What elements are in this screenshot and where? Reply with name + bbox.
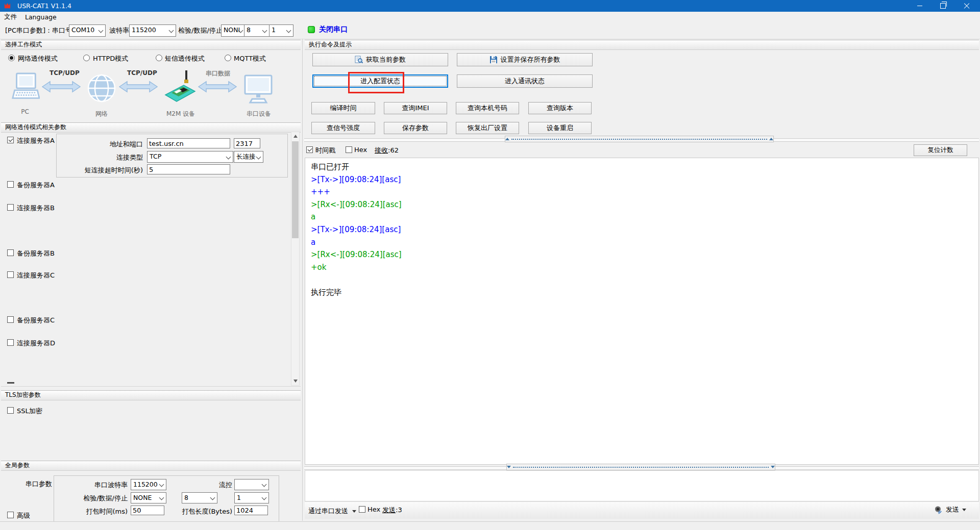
- query-imei-button[interactable]: 查询IMEI: [384, 102, 447, 114]
- scrollbar-thumb[interactable]: [292, 141, 299, 238]
- chevron-down-icon: [262, 28, 267, 33]
- advanced-checkbox[interactable]: [7, 512, 14, 518]
- pc-laptop-icon: [10, 72, 40, 105]
- log-line: a: [311, 211, 978, 223]
- app-logo-icon: [4, 2, 11, 10]
- log-line: >[Rx<-][09:08:24][asc]: [311, 198, 978, 211]
- arrow-up-icon: [293, 135, 298, 138]
- sent-count-value: :3: [396, 506, 402, 514]
- pc-serial-label: [PC串口参数]：串口号: [5, 26, 72, 35]
- flow-label: 流控: [194, 481, 232, 490]
- timestamp-label: 时间戳: [315, 146, 335, 155]
- send-bar: 通过串口发送 Hex 发送:3 发送: [305, 501, 979, 519]
- enter-comm-label: 进入通讯状态: [505, 77, 545, 86]
- window-title: USR-CAT1 V1.1.4: [17, 2, 71, 10]
- g-parity-select[interactable]: NONE: [131, 492, 166, 503]
- g-databits-select[interactable]: 8: [182, 492, 217, 503]
- timestamp-checkbox[interactable]: [306, 146, 313, 153]
- server-d-checkbox[interactable]: [7, 339, 14, 346]
- recv-count-value: :62: [388, 146, 399, 154]
- sent-count-label[interactable]: 发送: [382, 506, 396, 514]
- radio-mqtt-mode[interactable]: [225, 55, 231, 61]
- send-via-serial-dropdown[interactable]: 通过串口发送: [308, 507, 356, 516]
- query-version-button[interactable]: 查询版本: [528, 102, 592, 114]
- restore-button[interactable]: [932, 0, 954, 12]
- left-panel-scrollbar[interactable]: [291, 132, 300, 386]
- short-conn-timeout-input[interactable]: [147, 164, 230, 174]
- server-c-checkbox[interactable]: [7, 271, 14, 278]
- server-b-checkbox[interactable]: [7, 204, 14, 211]
- baud-label: 波特率: [109, 26, 129, 35]
- scroll-up-button[interactable]: [291, 132, 299, 140]
- send-splitter[interactable]: [506, 464, 775, 470]
- backup-server-b-checkbox[interactable]: [7, 249, 14, 256]
- server-a-checkbox[interactable]: [7, 137, 14, 143]
- flow-select[interactable]: [234, 479, 269, 490]
- close-icon: [964, 3, 970, 9]
- log-line: +ok: [311, 261, 978, 274]
- send-hex-checkbox[interactable]: [359, 506, 365, 513]
- backup-server-a-checkbox[interactable]: [7, 181, 14, 188]
- radio-sms-mode[interactable]: [156, 55, 162, 61]
- close-button[interactable]: [955, 0, 978, 12]
- server-a-port-input[interactable]: [234, 138, 260, 148]
- conn-type-select[interactable]: TCP: [147, 151, 233, 163]
- device-restart-button[interactable]: 设备重启: [528, 122, 592, 134]
- save-params-button[interactable]: 保存参数: [384, 122, 447, 134]
- g-baud-select[interactable]: 115200: [131, 479, 166, 490]
- ssl-checkbox[interactable]: [7, 407, 14, 414]
- reset-counter-button[interactable]: 复位计数: [914, 144, 967, 156]
- menu-file[interactable]: 文件: [0, 13, 21, 21]
- minimize-button[interactable]: [908, 0, 931, 12]
- chevron-down-icon: [262, 495, 267, 500]
- signal-strength-button[interactable]: 查信号强度: [311, 122, 375, 134]
- close-port-button[interactable]: 关闭串口: [308, 25, 348, 34]
- recv-count-label[interactable]: 接收: [375, 146, 388, 154]
- server-d-label: 连接服务器D: [17, 339, 55, 348]
- factory-reset-button[interactable]: 恢复出厂设置: [456, 122, 519, 134]
- compile-time-button[interactable]: 编译时间: [311, 102, 375, 114]
- enter-comm-button[interactable]: 进入通讯状态: [457, 74, 593, 88]
- log-line: 串口已打开: [311, 161, 978, 173]
- dropdown-arrow-icon: [962, 509, 966, 511]
- radio-mqtt-label: MQTT模式: [234, 54, 266, 63]
- arrow-net-m2m-icon: [119, 81, 158, 93]
- log-output-area[interactable]: 串口已打开 >[Tx->][09:08:24][asc] +++ >[Rx<-]…: [305, 158, 979, 465]
- short-conn-timeout-label: 短连接超时时间(秒): [61, 166, 143, 175]
- server-a-address-input[interactable]: [147, 138, 230, 148]
- pack-time-input[interactable]: [131, 506, 164, 515]
- com-port-select[interactable]: COM10: [69, 24, 106, 37]
- serial-params-label: 串口参数: [26, 479, 52, 489]
- log-splitter-top[interactable]: [505, 136, 774, 142]
- log-hex-label: Hex: [354, 146, 367, 154]
- node-serial-label: 串口设备: [242, 110, 275, 118]
- send-button-label: 发送: [946, 505, 959, 514]
- g-stopbits-select[interactable]: 1: [234, 492, 269, 503]
- menu-bar: 文件 Language: [0, 12, 980, 22]
- panel-divider[interactable]: [302, 39, 303, 521]
- g-baud-label: 串口波特率: [77, 481, 128, 490]
- radio-net-transparent-mode[interactable]: [8, 55, 15, 61]
- set-save-all-button[interactable]: 设置并保存所有参数: [457, 53, 593, 66]
- get-params-button[interactable]: 获取当前参数: [312, 53, 448, 66]
- backup-server-c-checkbox[interactable]: [7, 316, 14, 323]
- arrow-m2m-serial-icon: [198, 81, 237, 93]
- keepalive-select[interactable]: 长连接: [234, 151, 263, 163]
- baud-select[interactable]: 115200: [129, 24, 176, 37]
- send-button[interactable]: 发送: [934, 505, 966, 514]
- query-number-button[interactable]: 查询本机号码: [456, 102, 519, 114]
- pack-len-input[interactable]: [234, 506, 268, 515]
- search-doc-icon: [355, 56, 363, 64]
- send-input-area[interactable]: [305, 470, 979, 501]
- databits-select[interactable]: 8: [244, 24, 270, 37]
- parity-select[interactable]: NONI: [221, 24, 246, 37]
- radio-httpd-mode[interactable]: [83, 55, 90, 61]
- splitter-dots: [511, 139, 767, 140]
- stopbits-select[interactable]: 1: [269, 24, 293, 37]
- log-line: >[Rx<-][09:08:24][asc]: [311, 248, 978, 261]
- pack-len-label: 打包长度(Bytes): [174, 507, 232, 516]
- menu-language[interactable]: Language: [21, 13, 61, 21]
- collapse-down-icon: [507, 466, 511, 468]
- scroll-down-button[interactable]: [291, 377, 299, 385]
- log-hex-checkbox[interactable]: [346, 146, 352, 153]
